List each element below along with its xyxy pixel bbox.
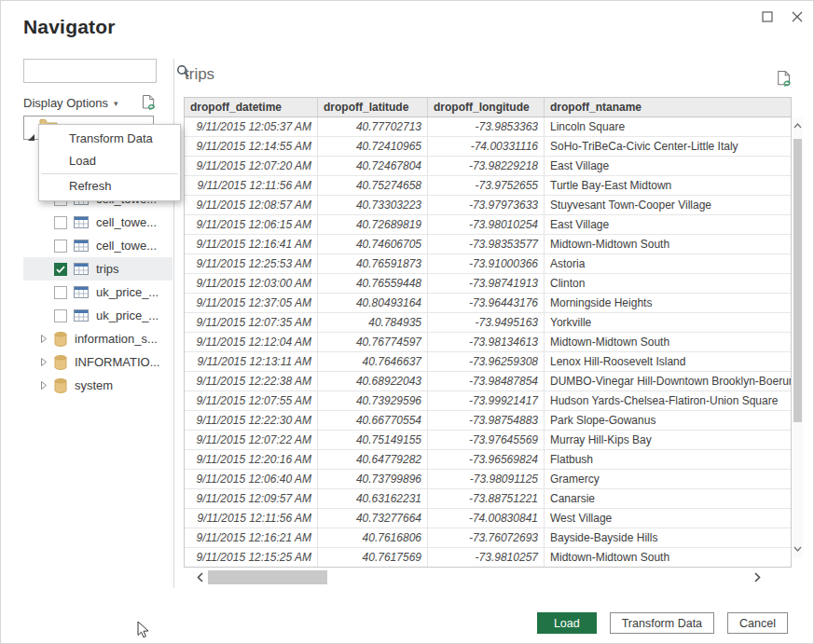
search-box [23,59,157,83]
chevron-collapsed-icon[interactable] [40,334,48,344]
table-row: 9/11/2015 12:11:56 AM40.73277664-74.0083… [185,509,791,528]
table-cell: -73.9495163 [428,313,545,332]
table-cell: -73.97973633 [428,196,545,214]
preview-table-body: 9/11/2015 12:05:37 AM40.77702713-73.9853… [185,117,791,567]
table-cell: Astoria [545,254,791,273]
table-row: 9/11/2015 12:07:55 AM40.73929596-73.9992… [185,391,791,411]
table-cell: 40.74606705 [318,235,428,253]
table-cell: -73.98741913 [428,274,545,293]
tree-item-information-s[interactable]: information_s... [23,327,172,350]
table-cell: 9/11/2015 12:09:57 AM [185,489,318,508]
checkbox-unchecked-icon[interactable] [54,286,67,299]
chevron-collapsed-icon[interactable] [40,357,48,367]
table-cell: 9/11/2015 12:07:20 AM [185,157,318,175]
tree-item-label: information_s... [75,332,158,346]
table-cell: 40.72467804 [318,157,428,175]
menu-separator [41,173,178,174]
table-cell: -74.00331116 [428,137,545,156]
table-cell: -73.76072693 [428,528,545,547]
context-menu: Transform DataLoadRefresh [38,124,181,201]
table-cell: Lenox Hill-Roosevelt Island [545,352,791,371]
tree-item-label: trips [96,262,119,276]
table-cell: 9/11/2015 12:11:56 AM [185,176,318,195]
table-cell: -74.00830841 [428,509,545,528]
table-cell: Gramercy [545,470,791,488]
refresh-preview-icon[interactable] [776,70,793,92]
horizontal-scrollbar-thumb[interactable] [208,570,327,584]
table-cell: 40.64779282 [318,450,428,469]
table-cell: Park Slope-Gowanus [545,411,791,430]
vertical-scrollbar[interactable] [793,117,803,557]
load-button[interactable]: Load [537,612,597,634]
tree-item-label: uk_price_... [96,285,159,299]
table-cell: 9/11/2015 12:20:16 AM [185,450,318,469]
table-cell: -73.98754883 [428,411,545,430]
table-cell: 40.75274658 [318,176,428,195]
table-cell: 40.72410965 [318,137,428,156]
tree-item-cell-towe-2[interactable]: cell_towe... [23,211,172,234]
column-header: dropoff_latitude [318,98,428,116]
scroll-right-icon[interactable] [751,569,764,585]
checkbox-checked-icon[interactable] [54,263,67,276]
table-icon [74,286,89,298]
table-cell: -73.96569824 [428,450,545,469]
close-icon[interactable] [789,8,806,25]
chevron-collapsed-icon[interactable] [40,380,48,391]
tree-expanded-icon[interactable] [27,129,35,145]
cancel-button[interactable]: Cancel [727,612,788,634]
scroll-up-icon[interactable] [793,119,803,132]
checkbox-unchecked-icon[interactable] [54,309,67,322]
tree-item-uk-price-1[interactable]: uk_price_... [23,281,172,304]
table-cell: 9/11/2015 12:15:25 AM [185,548,318,567]
table-cell: Bayside-Bayside Hills [545,528,791,547]
menu-item-load[interactable]: Load [39,150,180,172]
table-row: 9/11/2015 12:07:22 AM40.75149155-73.9764… [185,431,791,450]
tree-item-trips[interactable]: trips [23,257,172,281]
transform-data-button[interactable]: Transform Data [610,612,714,634]
maximize-icon[interactable] [759,8,776,25]
table-cell: -73.97645569 [428,431,545,449]
table-cell: -73.96259308 [428,352,545,371]
table-icon [74,263,89,275]
vertical-scrollbar-thumb[interactable] [793,139,802,422]
display-options-dropdown[interactable]: Display Options [23,96,108,110]
footer-buttons: Load Transform Data Cancel [537,612,788,634]
table-cell: 9/11/2015 12:16:41 AM [185,235,318,253]
table-cell: 40.76591873 [318,254,428,273]
table-row: 9/11/2015 12:20:16 AM40.64779282-73.9656… [185,450,791,470]
checkbox-unchecked-icon[interactable] [54,216,67,229]
tree-item-information-caps[interactable]: INFORMATIO... [23,350,172,374]
table-row: 9/11/2015 12:13:11 AM40.7646637-73.96259… [185,352,791,372]
checkbox-unchecked-icon[interactable] [54,240,67,253]
column-header: dropoff_longitude [428,98,545,116]
table-cell: 40.63162231 [318,489,428,508]
tree-item-cell-towe-3[interactable]: cell_towe... [23,234,172,257]
tree-item-uk-price-2[interactable]: uk_price_... [23,304,172,327]
tree-item-system[interactable]: system [23,374,172,397]
table-cell: Morningside Heights [545,294,791,312]
table-cell: Midtown-Midtown South [545,235,791,253]
menu-item-transform-data[interactable]: Transform Data [39,128,180,150]
table-row: 9/11/2015 12:03:00 AM40.76559448-73.9874… [185,274,791,294]
scroll-left-icon[interactable] [193,569,206,585]
table-cell: -73.98091125 [428,470,545,488]
table-cell: 40.66770554 [318,411,428,430]
chevron-down-icon[interactable]: ▾ [114,99,118,108]
table-cell: 40.7617569 [318,548,428,567]
table-cell: Murray Hill-Kips Bay [545,431,791,449]
window-controls [759,8,806,25]
table-cell: -73.9752655 [428,176,545,195]
table-cell: Clinton [545,274,791,293]
table-row: 9/11/2015 12:07:35 AM40.784935-73.949516… [185,313,791,333]
table-cell: East Village [545,157,791,175]
scroll-down-icon[interactable] [793,542,803,555]
table-cell: 40.72689819 [318,215,428,234]
tree-item-label: cell_towe... [96,215,157,229]
horizontal-scrollbar[interactable] [193,569,764,585]
table-cell: Lincoln Square [545,117,791,136]
table-row: 9/11/2015 12:12:04 AM40.76774597-73.9813… [185,333,791,352]
menu-item-refresh[interactable]: Refresh [39,175,180,198]
table-cell: 9/11/2015 12:13:11 AM [185,352,318,371]
refresh-preview-icon[interactable] [141,94,157,112]
search-input[interactable] [24,60,176,82]
